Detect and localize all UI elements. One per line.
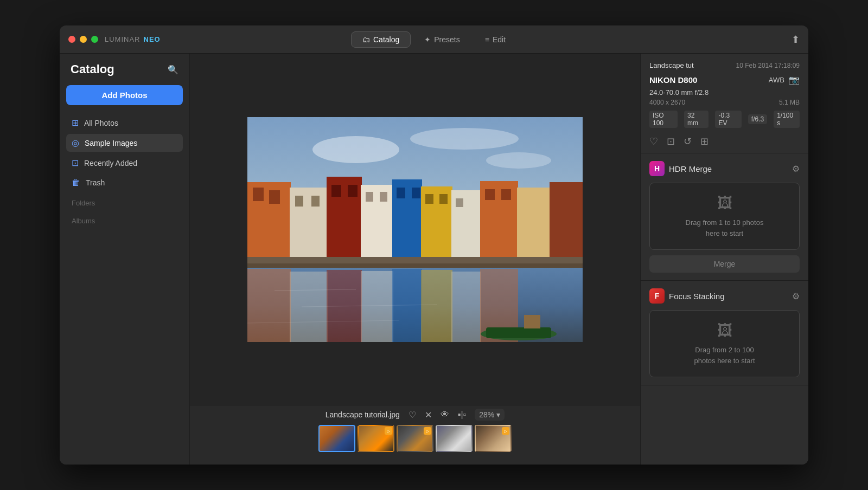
close-icon[interactable]: ✕ xyxy=(425,410,432,420)
zoom-level: 28% xyxy=(479,410,494,419)
focus-stacking-title: Focus Stacking xyxy=(669,292,725,301)
rotate-icon[interactable]: ↺ xyxy=(684,136,692,147)
svg-rect-8 xyxy=(295,196,303,207)
svg-rect-23 xyxy=(456,198,463,207)
compare-icon[interactable]: ▪|▫ xyxy=(458,410,467,420)
thumbnail-4[interactable] xyxy=(436,425,473,452)
main-photo-view[interactable] xyxy=(190,54,640,405)
svg-point-2 xyxy=(410,128,519,150)
photo-filename: Landscape tutorial.jpg xyxy=(326,410,400,419)
sidebar: Catalog 🔍 Add Photos ⊞ All Photos ◎ Samp… xyxy=(60,54,190,465)
hdr-icon: H xyxy=(649,161,665,176)
share-button[interactable]: ⬆ xyxy=(792,34,800,46)
camera-name: NIKON D800 xyxy=(649,75,697,85)
hdr-drop-text: Drag from 1 to 10 photos here to start xyxy=(686,217,764,238)
svg-rect-12 xyxy=(348,185,358,197)
thumbnail-tag-5: ▷ xyxy=(502,427,509,435)
titlebar: LUMINAR NEO 🗂 Catalog ✦ Presets ≡ Edit ⬆ xyxy=(60,25,808,54)
eye-icon[interactable]: 👁 xyxy=(441,410,449,420)
minimize-button[interactable] xyxy=(80,36,87,43)
hdr-drop-zone[interactable]: 🖼 Drag from 1 to 10 photos here to start xyxy=(649,183,800,250)
crop-icon[interactable]: ⊡ xyxy=(667,136,675,147)
main-content: Catalog 🔍 Add Photos ⊞ All Photos ◎ Samp… xyxy=(60,54,808,465)
sidebar-item-sample-images-label: Sample Images xyxy=(85,139,137,147)
sidebar-item-trash[interactable]: 🗑 Trash xyxy=(66,174,183,191)
app-window: LUMINAR NEO 🗂 Catalog ✦ Presets ≡ Edit ⬆… xyxy=(60,25,808,465)
svg-rect-37 xyxy=(421,270,452,342)
svg-rect-9 xyxy=(311,196,320,207)
catalog-icon: 🗂 xyxy=(362,35,370,44)
focus-settings-icon[interactable]: ⚙ xyxy=(792,291,800,301)
thumbnail-5[interactable]: ▷ xyxy=(475,425,512,452)
svg-rect-6 xyxy=(269,190,280,204)
camera-row: NIKON D800 AWB 📷 xyxy=(649,75,800,85)
search-icon[interactable]: 🔍 xyxy=(168,65,178,75)
sample-images-icon: ◎ xyxy=(72,138,79,148)
chevron-down-icon: ▾ xyxy=(496,410,500,419)
thumbnail-1[interactable] xyxy=(318,425,355,452)
focus-drop-zone[interactable]: 🖼 Drag from 2 to 100 photos here to star… xyxy=(649,310,800,377)
exif-focal: 32 mm xyxy=(684,111,709,128)
close-button[interactable] xyxy=(68,36,75,43)
exif-ev: -0.3 EV xyxy=(715,111,741,128)
fullscreen-button[interactable] xyxy=(91,36,98,43)
file-size: 5.1 MB xyxy=(779,99,800,106)
sidebar-item-recently-added[interactable]: ⊡ Recently Added xyxy=(66,154,183,172)
tab-edit-label: Edit xyxy=(493,35,506,44)
focus-stacking-header: F Focus Stacking ⚙ xyxy=(649,288,800,304)
photo-info-name: Landscape tut xyxy=(649,61,694,69)
focus-stacking-section: F Focus Stacking ⚙ 🖼 Drag from 2 to 100 … xyxy=(641,281,808,385)
svg-rect-5 xyxy=(253,188,264,201)
trash-icon: 🗑 xyxy=(72,178,80,188)
all-photos-icon: ⊞ xyxy=(72,118,79,128)
filmstrip: Landscape tutorial.jpg ♡ ✕ 👁 ▪|▫ 28% ▾ ▷ xyxy=(190,405,640,465)
sidebar-item-recently-added-label: Recently Added xyxy=(84,159,137,167)
sidebar-item-trash-label: Trash xyxy=(86,178,105,187)
hdr-drop-icon: 🖼 xyxy=(717,194,732,212)
sidebar-item-sample-images[interactable]: ◎ Sample Images xyxy=(66,134,183,152)
right-panel: Landscape tut 10 Feb 2014 17:18:09 NIKON… xyxy=(640,54,808,465)
exif-aperture: f/6.3 xyxy=(748,114,767,124)
merge-button[interactable]: Merge xyxy=(649,255,800,273)
hdr-settings-icon[interactable]: ⚙ xyxy=(792,164,800,174)
svg-rect-41 xyxy=(486,327,551,338)
resolution: 4000 x 2670 xyxy=(649,99,685,106)
tab-presets[interactable]: ✦ Presets xyxy=(413,31,471,48)
tab-catalog[interactable]: 🗂 Catalog xyxy=(351,31,411,48)
heart-icon[interactable]: ♡ xyxy=(409,410,416,420)
svg-rect-26 xyxy=(501,189,511,200)
thumbnail-3[interactable]: ▷ xyxy=(397,425,433,452)
exif-shutter: 1/100 s xyxy=(774,111,800,128)
sidebar-item-all-photos[interactable]: ⊞ All Photos xyxy=(66,114,183,132)
add-photos-button[interactable]: Add Photos xyxy=(66,85,183,105)
tab-edit[interactable]: ≡ Edit xyxy=(474,31,517,48)
main-photo-image xyxy=(247,117,583,342)
catalog-title: Catalog xyxy=(71,62,114,76)
edit-icon: ≡ xyxy=(485,35,489,44)
thumbnail-tag-2: ▷ xyxy=(385,427,392,435)
app-logo-text: LUMINAR xyxy=(105,35,141,43)
focus-stacking-title-row: F Focus Stacking xyxy=(649,288,725,304)
thumbnail-2[interactable]: ▷ xyxy=(358,425,394,452)
exif-iso: ISO 100 xyxy=(649,111,678,128)
exif-row: ISO 100 32 mm -0.3 EV f/6.3 1/100 s xyxy=(649,111,800,128)
svg-rect-35 xyxy=(361,271,393,342)
photo-actions: ♡ ⊡ ↺ ⊞ xyxy=(649,133,800,147)
camera-settings-icon[interactable]: 📷 xyxy=(789,75,800,85)
filmstrip-controls: Landscape tutorial.jpg ♡ ✕ 👁 ▪|▫ 28% ▾ xyxy=(326,409,505,421)
svg-rect-42 xyxy=(524,315,540,328)
resolution-row: 4000 x 2670 5.1 MB xyxy=(649,99,800,106)
favorite-icon[interactable]: ♡ xyxy=(649,136,658,147)
svg-rect-32 xyxy=(247,269,291,342)
svg-rect-27 xyxy=(517,188,550,258)
svg-rect-17 xyxy=(397,188,405,198)
svg-rect-28 xyxy=(550,182,583,258)
copy-icon[interactable]: ⊞ xyxy=(700,136,709,147)
focus-drop-text: Drag from 2 to 100 photos here to start xyxy=(694,345,755,366)
sidebar-title: Catalog 🔍 xyxy=(66,62,183,83)
svg-point-3 xyxy=(486,152,551,169)
zoom-control[interactable]: 28% ▾ xyxy=(475,409,505,421)
svg-rect-25 xyxy=(485,189,495,200)
tab-presets-label: Presets xyxy=(434,35,459,44)
focus-icon: F xyxy=(649,288,665,304)
